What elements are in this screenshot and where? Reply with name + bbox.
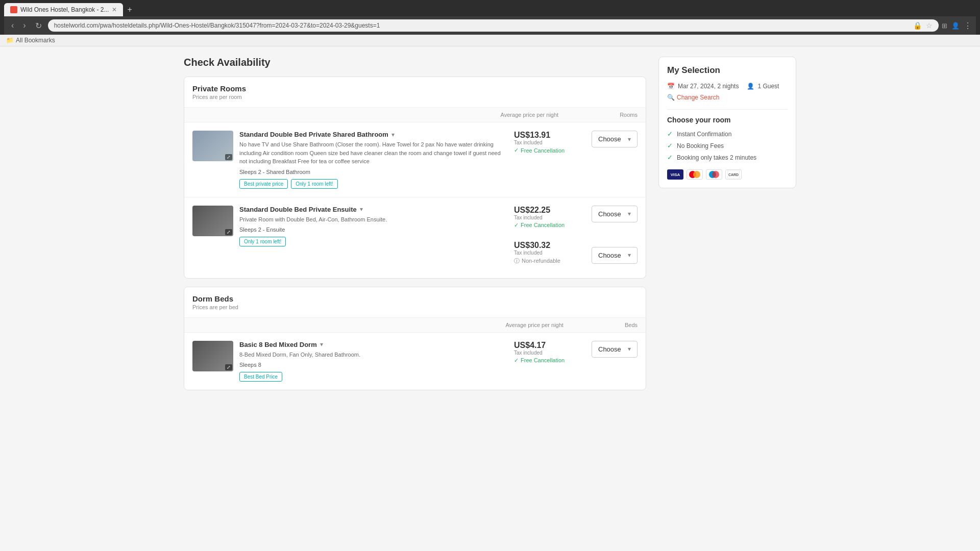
check-icon: ✓ — [514, 147, 519, 154]
choose-col: Choose ▾ — [592, 131, 638, 147]
back-button[interactable]: ‹ — [8, 20, 17, 31]
choose-room-title: Choose your room — [667, 116, 788, 124]
svg-point-1 — [693, 171, 700, 178]
room-expand-icon: ⤢ — [225, 154, 232, 160]
menu-icon[interactable]: ⋮ — [964, 21, 972, 31]
col-rooms-label: Rooms — [620, 112, 638, 118]
dates-meta: 📅 Mar 27, 2024, 2 nights — [667, 83, 739, 90]
price-amount: US$4.17 — [514, 341, 565, 350]
price-amount: US$13.91 — [514, 131, 565, 140]
room-image: ⤢ — [192, 341, 233, 371]
room-badges: Best Bed Price — [239, 372, 508, 382]
best-price-badge: Best private price — [239, 179, 288, 189]
room-capacity: Sleeps 2 - Ensuite — [239, 227, 508, 233]
shield-icon: 🔒 — [913, 21, 922, 30]
dorm-beds-col-headers: Average price per night Beds — [184, 318, 646, 333]
private-rooms-per-label: Prices are per room — [192, 94, 638, 100]
price-block-1: US$22.25 Tax included ✓ Free Cancellatio… — [514, 206, 565, 229]
check-icon: ✓ — [667, 142, 673, 149]
feature-label: Booking only takes 2 minutes — [677, 154, 756, 161]
divider — [667, 109, 788, 110]
free-cancel-label: ✓ Free Cancellation — [514, 357, 565, 364]
left-panel: Check Availability Private Rooms Prices … — [184, 57, 646, 546]
room-row: ⤢ Basic 8 Bed Mixed Dorm ▾ 8-Bed Mixed D… — [184, 333, 646, 390]
room-expand-toggle[interactable]: ▾ — [360, 206, 363, 213]
reload-button[interactable]: ↻ — [32, 20, 45, 32]
room-name: Basic 8 Bed Mixed Dorm — [239, 341, 317, 348]
price-block: US$13.91 Tax included ✓ Free Cancellatio… — [514, 131, 565, 154]
choose-button[interactable]: Choose ▾ — [592, 341, 638, 358]
address-bar-icons: 🔒 ☆ — [913, 21, 933, 30]
price-tax: Tax included — [514, 250, 560, 256]
price-block-2: US$30.32 Tax included ⓘ Non-refundable — [514, 241, 560, 265]
col-avg-label: Average price per night — [505, 322, 564, 328]
room-expand-toggle[interactable]: ▾ — [391, 131, 395, 138]
url-text: hostelworld.com/pwa/hosteldetails.php/Wi… — [54, 22, 913, 29]
check-icon: ✓ — [514, 222, 519, 229]
price-amount: US$30.32 — [514, 241, 560, 250]
change-search-link[interactable]: 🔍 Change Search — [667, 94, 788, 101]
room-row: ⤢ Standard Double Bed Private Ensuite ▾ … — [184, 197, 646, 278]
price-block: US$4.17 Tax included ✓ Free Cancellation — [514, 341, 565, 364]
check-icon: ✓ — [667, 130, 673, 138]
choose-button[interactable]: Choose ▾ — [592, 131, 638, 147]
other-payment-icon: CARD — [725, 169, 742, 180]
price-tax: Tax included — [514, 350, 565, 356]
non-refund-label: ⓘ Non-refundable — [514, 257, 560, 265]
profile-icon[interactable]: 👤 — [951, 22, 960, 30]
best-bed-price-badge: Best Bed Price — [239, 372, 282, 382]
feature-list: ✓ Instant Confirmation ✓ No Booking Fees… — [667, 130, 788, 161]
calendar-icon: 📅 — [667, 83, 675, 90]
forward-button[interactable]: › — [20, 20, 29, 31]
room-capacity: Sleeps 2 - Shared Bathroom — [239, 169, 508, 175]
extensions-icon: ⊞ — [942, 22, 947, 30]
room-expand-toggle[interactable]: ▾ — [320, 341, 323, 348]
feature-label: Instant Confirmation — [677, 131, 731, 138]
free-cancel-label: ✓ Free Cancellation — [514, 147, 565, 154]
price-col: US$13.91 Tax included ✓ Free Cancellatio… — [514, 131, 585, 159]
my-selection-title: My Selection — [667, 65, 788, 76]
col-avg-label: Average price per night — [501, 112, 559, 118]
free-cancel-label: ✓ Free Cancellation — [514, 222, 565, 229]
address-bar[interactable]: hostelworld.com/pwa/hosteldetails.php/Wi… — [48, 19, 939, 32]
feature-no-booking-fees: ✓ No Booking Fees — [667, 142, 788, 149]
room-info: Basic 8 Bed Mixed Dorm ▾ 8-Bed Mixed Dor… — [239, 341, 508, 382]
tab-title: Wild Ones Hostel, Bangkok - 2... — [20, 6, 109, 13]
price-tax: Tax included — [514, 140, 565, 145]
room-badges: Only 1 room left! — [239, 237, 508, 246]
feature-instant-confirmation: ✓ Instant Confirmation — [667, 130, 788, 138]
choose-arrow-icon: ▾ — [628, 252, 631, 259]
guests-label: 1 Guest — [757, 83, 779, 90]
room-name: Standard Double Bed Private Shared Bathr… — [239, 131, 388, 138]
choose-button-2[interactable]: Choose ▾ — [592, 247, 638, 264]
feature-2-minutes: ✓ Booking only takes 2 minutes — [667, 154, 788, 161]
room-capacity: Sleeps 8 — [239, 362, 508, 368]
private-rooms-section: Private Rooms Prices are per room Averag… — [184, 77, 646, 279]
visa-icon: VISA — [667, 169, 683, 180]
only-left-badge: Only 1 room left! — [239, 237, 286, 246]
choose-arrow-icon: ▾ — [628, 136, 631, 143]
check-icon: ✓ — [514, 357, 519, 364]
bookmark-icon[interactable]: ☆ — [926, 21, 933, 30]
check-availability-title: Check Availability — [184, 57, 646, 68]
choose-button[interactable]: Choose ▾ — [592, 206, 638, 222]
room-badges: Best private price Only 1 room left! — [239, 179, 508, 189]
bookmarks-folder-icon: 📁 — [6, 37, 14, 44]
room-info: Standard Double Bed Private Shared Bathr… — [239, 131, 508, 189]
svg-text:CARD: CARD — [728, 173, 739, 177]
tab-close-button[interactable]: ✕ — [112, 6, 117, 13]
dorm-beds-per-label: Prices are per bed — [192, 304, 638, 310]
choose-arrow-icon: ▾ — [628, 345, 631, 353]
selection-meta: 📅 Mar 27, 2024, 2 nights 👤 1 Guest — [667, 83, 788, 90]
feature-label: No Booking Fees — [677, 142, 724, 149]
active-tab[interactable]: Wild Ones Hostel, Bangkok - 2... ✕ — [4, 3, 123, 16]
price-col: US$4.17 Tax included ✓ Free Cancellation — [514, 341, 585, 369]
dates-label: Mar 27, 2024, 2 nights — [678, 83, 739, 90]
private-rooms-col-headers: Average price per night Rooms — [184, 108, 646, 122]
room-row: ⤢ Standard Double Bed Private Shared Bat… — [184, 122, 646, 197]
new-tab-button[interactable]: + — [123, 3, 136, 16]
room-desc: Private Room with Double Bed, Air-Con, B… — [239, 215, 508, 224]
bookmarks-label[interactable]: All Bookmarks — [16, 37, 55, 44]
choose-col: Choose ▾ — [592, 341, 638, 358]
room-name: Standard Double Bed Private Ensuite — [239, 206, 357, 213]
